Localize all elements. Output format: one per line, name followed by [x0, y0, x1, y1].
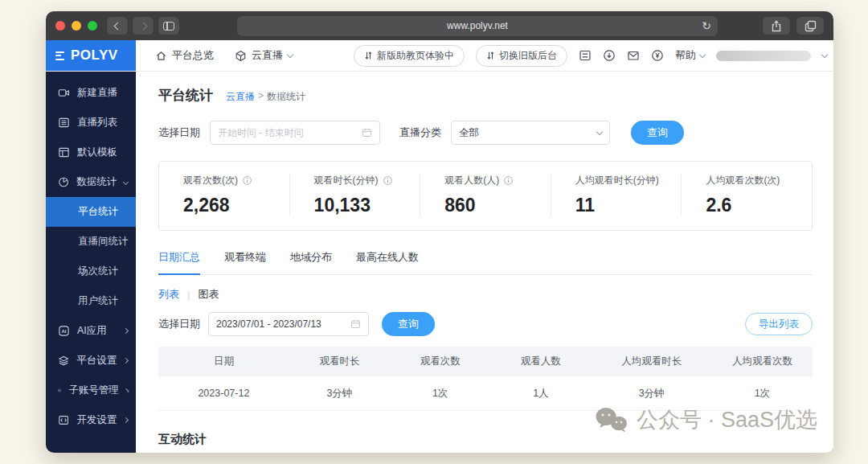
sidebar-item-dev-settings[interactable]: 开发设置 [46, 405, 136, 435]
stat-value: 860 [444, 195, 551, 216]
page-head: 平台统计 云直播 > 数据统计 [158, 86, 813, 105]
sidebar-item-ai-apps[interactable]: AI AI应用 [46, 316, 136, 346]
sidebar-label: 子账号管理 [68, 384, 119, 397]
nav-platform-overview[interactable]: 平台总览 [155, 48, 214, 63]
cube-icon [235, 50, 247, 62]
sidebar-label: 平台设置 [76, 354, 117, 368]
sidebar-label: 默认模板 [77, 146, 117, 159]
traffic-lights [55, 21, 97, 31]
share-button[interactable] [763, 17, 790, 35]
id-card-icon [58, 384, 61, 396]
chart-view-toggle[interactable]: 图表 [198, 287, 219, 302]
sidebar-icon [163, 22, 174, 31]
sidebar-sublabel: 用户统计 [78, 294, 118, 308]
sidebar-label: 新建直播 [77, 86, 117, 100]
zoom-window-button[interactable] [88, 21, 97, 31]
col-header-avg-duration: 人均观看时长 [591, 355, 711, 368]
sidebar-item-session-statistics[interactable]: 场次统计 [46, 257, 136, 286]
stat-view-count: 观看次数(次) 2,268 [159, 174, 289, 216]
sidebar-item-room-statistics[interactable]: 直播间统计 [46, 227, 136, 257]
date-query-row: 选择日期 查询 导出列表 [158, 312, 813, 336]
pill-label: 切换旧版后台 [499, 49, 557, 63]
sidebar: 新建直播 直播列表 默认模板 [46, 72, 136, 453]
chevron-right-icon [123, 358, 129, 363]
help-menu[interactable]: 帮助 [675, 48, 705, 63]
logo-block[interactable]: POLYV [46, 40, 136, 71]
swap-arrows-icon [364, 51, 373, 60]
stat-value: 10,133 [314, 195, 420, 216]
chevron-right-icon [123, 417, 129, 423]
breadcrumb-separator: > [258, 90, 264, 104]
table-header-row: 日期 观看时长 观看次数 观看人数 人均观看时长 人均观看次数 [158, 347, 813, 376]
document-button[interactable] [579, 49, 592, 62]
sidebar-item-default-template[interactable]: 默认模板 [46, 138, 136, 167]
sidebar-item-platform-statistics[interactable]: 平台统计 [46, 197, 136, 227]
export-list-button[interactable]: 导出列表 [745, 313, 813, 335]
switch-old-version-button[interactable]: 切换旧版后台 [476, 45, 567, 67]
category-selected-value: 全部 [459, 126, 479, 140]
query-button[interactable]: 查询 [631, 121, 684, 145]
info-icon[interactable] [503, 175, 514, 186]
forward-button[interactable] [133, 17, 154, 35]
date-query-input[interactable] [216, 318, 350, 330]
nav-cloud-live[interactable]: 云直播 [235, 48, 293, 63]
tab-date-summary[interactable]: 日期汇总 [158, 250, 200, 275]
info-icon[interactable] [383, 175, 393, 186]
home-icon [155, 50, 167, 62]
date-query-button[interactable]: 查询 [382, 312, 435, 336]
category-select[interactable]: 全部 [451, 121, 610, 145]
date-query-label: 选择日期 [158, 317, 200, 331]
layers-icon [58, 355, 69, 367]
breadcrumb-parent[interactable]: 云直播 [226, 90, 255, 104]
tabs-overview-button[interactable] [796, 17, 824, 35]
cell-avg-views: 1次 [712, 387, 813, 400]
svg-text:AI: AI [61, 328, 66, 334]
stat-viewer-count: 观看人数(人) 860 [420, 174, 551, 216]
tab-view-terminal[interactable]: 观看终端 [224, 250, 266, 274]
reload-icon[interactable]: ↻ [702, 20, 711, 31]
date-range-input[interactable] [218, 127, 362, 138]
stat-label: 观看次数(次) [183, 174, 238, 187]
sidebar-label: AI应用 [77, 324, 107, 338]
sidebar-item-subaccount-management[interactable]: 子账号管理 [46, 376, 136, 405]
swap-arrows-icon [486, 51, 495, 60]
date-range-picker[interactable] [210, 121, 380, 145]
account-name-redacted[interactable] [716, 51, 811, 61]
close-window-button[interactable] [55, 21, 65, 31]
col-header-avg-views: 人均观看次数 [712, 355, 813, 368]
tab-max-online[interactable]: 最高在线人数 [356, 250, 419, 274]
category-filter-label: 直播分类 [399, 125, 441, 140]
download-button[interactable] [603, 49, 616, 62]
stat-label: 人均观看次数(次) [706, 174, 780, 187]
messages-button[interactable] [627, 49, 640, 62]
sidebar-sublabel: 直播间统计 [78, 235, 129, 248]
menu-icon[interactable] [55, 51, 64, 60]
sidebar-item-data-statistics[interactable]: 数据统计 [46, 167, 136, 197]
browser-chrome: www.polyv.net ↻ [46, 11, 833, 40]
tab-region-distribution[interactable]: 地域分布 [290, 250, 332, 274]
sidebar-item-user-statistics[interactable]: 用户统计 [46, 286, 136, 316]
help-label: 帮助 [675, 48, 696, 63]
sidebar-toggle-button[interactable] [158, 17, 179, 35]
stat-value: 11 [575, 195, 682, 216]
list-view-toggle[interactable]: 列表 [158, 287, 179, 302]
balance-button[interactable] [651, 49, 664, 62]
polyv-logo: POLYV [71, 47, 118, 64]
calendar-icon [350, 318, 361, 330]
date-query-picker[interactable] [208, 312, 369, 336]
browser-window: www.polyv.net ↻ [46, 11, 833, 453]
address-bar[interactable]: www.polyv.net ↻ [237, 16, 718, 36]
info-icon[interactable] [242, 175, 252, 186]
new-assistant-page-button[interactable]: 新版助教页体验中 [354, 45, 465, 67]
minimize-window-button[interactable] [72, 21, 81, 31]
watermark: 公众号 · SaaS优选 [595, 405, 817, 434]
page-title: 平台统计 [158, 86, 213, 105]
header-actions: 新版助教页体验中 切换旧版后台 [354, 40, 833, 71]
date-filter-label: 选择日期 [158, 125, 200, 140]
sidebar-item-live-list[interactable]: 直播列表 [46, 108, 136, 138]
pie-chart-icon [58, 176, 69, 188]
sidebar-label: 开发设置 [76, 413, 117, 427]
sidebar-item-platform-settings[interactable]: 平台设置 [46, 346, 136, 376]
back-button[interactable] [107, 17, 128, 35]
sidebar-item-new-live[interactable]: 新建直播 [46, 78, 136, 108]
